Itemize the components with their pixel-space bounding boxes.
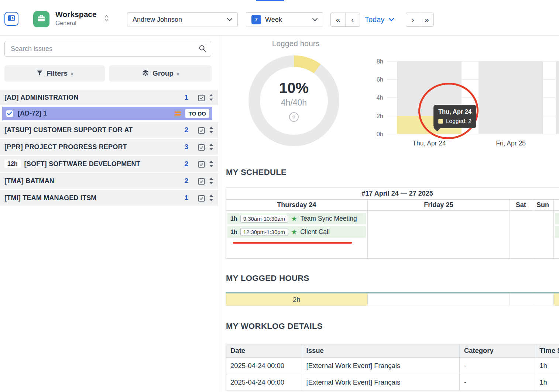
priority-medium-icon [175,111,181,116]
gridline [387,134,559,134]
event-client-call[interactable]: 1h 12:30pm-1:30pm ★ Client Call [227,226,366,238]
sort-arrows-icon[interactable] [208,143,215,151]
worklog-time-spent: 1h [535,374,559,391]
worklog-issue: [External Work Event] Français [302,358,460,374]
worklog-issue: [External Work Event] Français [302,374,460,391]
calendar-check-icon[interactable] [197,177,206,185]
sort-arrows-icon[interactable] [208,93,215,102]
user-select[interactable]: Andrew Johnson [127,12,238,27]
search-input[interactable] [11,45,198,53]
sort-arrows-icon[interactable] [208,160,215,168]
last-page-button[interactable]: » [420,13,434,26]
schedule-cell-sunday [532,211,554,258]
project-row-batman[interactable]: [TMA] BATMAN 2 [0,173,218,189]
group-button[interactable]: Group ▾ [109,65,212,82]
event-duration: 1h [230,216,237,222]
worklog-header-row: Date Issue Category Time Spent [226,344,559,358]
project-row-administration[interactable]: [AD] ADMINISTRATION 1 [0,90,218,105]
project-row-progress-report[interactable]: [PPR] PROJECT PROGRESS REPORT 3 [0,139,218,155]
chart-tooltip: Thu, Apr 24 Logged: 2 [433,105,476,128]
filters-button[interactable]: Filters ▾ [4,65,105,82]
active-tab-indicator [256,0,284,1]
worklog-header-time-spent: Time Spent [535,344,559,357]
today-group: Today [365,13,394,27]
my-worklog-details-heading: MY WORKLOG DETAILS [226,321,323,331]
funnel-icon [36,69,43,78]
x-axis-label-friday: Fri, Apr 25 [479,140,543,147]
project-row-team-managed-itsm[interactable]: [TMI] TEAM MANAGED ITSM 1 [0,190,218,206]
next-page-button[interactable]: › [406,13,420,26]
sort-arrows-icon[interactable] [208,194,215,202]
project-row-software-development[interactable]: 12h [SOFT] SOFTWARE DEVELOPMENT 2 [0,156,218,172]
worklog-header-date: Date [226,344,302,357]
day-header-sunday: Sun [532,200,554,211]
workspace-title: Workspace [55,10,97,19]
calendar-check-icon[interactable] [197,194,206,202]
sort-arrows-icon[interactable] [208,177,215,185]
worklog-row: 2025-04-24 00:00 [External Work Event] F… [226,374,559,391]
worklog-date: 2025-04-24 00:00 [226,374,302,391]
project-list: [AD] ADMINISTRATION 1 [AD-72] 1 TO DO [A… [0,90,218,207]
event-title: Team Sync Meeting [300,215,357,223]
today-dropdown-chevron-icon[interactable] [389,18,394,21]
prev-page-button[interactable]: ‹ [345,13,360,26]
search-icon[interactable] [198,44,206,54]
sidebar-toggle-button[interactable] [4,12,18,26]
project-label: [AD] ADMINISTRATION [4,94,184,102]
schedule-cell-thursday: 1h 9:30am-10:30am ★ Team Sync Meeting 1h… [226,211,368,258]
tooltip-title: Thu, Apr 24 [438,108,471,115]
project-time-badge: 12h [4,159,21,168]
issue-checkbox[interactable] [6,110,13,117]
worklog-category: - [460,374,535,391]
logged-cell-partial [554,293,559,306]
sidebar-divider [220,36,220,392]
event-time-chip: 9:30am-10:30am [240,215,288,223]
event-team-sync-meeting[interactable]: 1h 9:30am-10:30am ★ Team Sync Meeting [227,213,366,224]
y-axis-tick: 4h [368,94,383,101]
project-count: 2 [184,126,188,134]
search-issues-box [4,41,211,57]
first-page-button[interactable]: « [331,13,345,26]
issue-key-label: [AD-72] 1 [18,110,175,117]
event-duration: 1h [230,229,237,235]
workspace-switcher-button[interactable] [104,14,109,24]
workspace-subtitle: General [55,20,76,27]
worklog-date: 2025-04-24 00:00 [226,358,302,374]
issue-row-selected[interactable]: [AD-72] 1 TO DO [2,107,212,120]
logged-legend-swatch [438,119,443,124]
star-icon: ★ [291,228,297,235]
sort-arrows-icon[interactable] [208,126,215,134]
schedule-week-label: #17 April 24 — 27 2025 [226,188,559,200]
user-select-value: Andrew Johnson [133,16,227,24]
worklog-header-issue: Issue [302,344,460,357]
my-schedule-heading: MY SCHEDULE [226,168,287,177]
bar-scheduled-partial [556,61,559,134]
logged-cell-thursday: 2h [226,293,368,306]
schedule-body-row: 1h 9:30am-10:30am ★ Team Sync Meeting 1h… [226,211,559,259]
calendar-check-icon[interactable] [197,93,206,102]
calendar-check-icon[interactable] [197,160,206,168]
logged-cell-saturday [510,293,532,306]
layers-icon [142,69,149,78]
period-select-value: Week [265,16,312,24]
group-label: Group [152,69,174,78]
schedule-cell-saturday [510,211,532,258]
period-select[interactable]: 7 Week [246,12,323,27]
today-button[interactable]: Today [365,16,384,24]
calendar-check-icon[interactable] [197,126,206,134]
panel-collapse-icon [7,14,16,24]
x-axis-label-thursday: Thu, Apr 24 [397,140,462,147]
caret-down-icon: ▾ [71,72,73,77]
worklog-time-spent: 1h [535,358,559,374]
y-axis-tick: 2h [368,113,383,120]
help-icon[interactable]: ? [289,112,299,122]
briefcase-icon [37,14,46,25]
schedule-cell-partial [554,211,559,258]
star-icon: ★ [291,215,297,222]
schedule-table: #17 April 24 — 27 2025 Thursday 24 Frida… [226,188,559,259]
chevron-down-icon [227,16,232,23]
calendar-check-icon[interactable] [197,143,206,151]
filters-label: Filters [47,69,68,78]
project-row-customer-support[interactable]: [ATSUP] CUSTOMER SUPPORT FOR AT 2 [0,122,218,138]
chevron-up-down-icon [104,17,109,24]
